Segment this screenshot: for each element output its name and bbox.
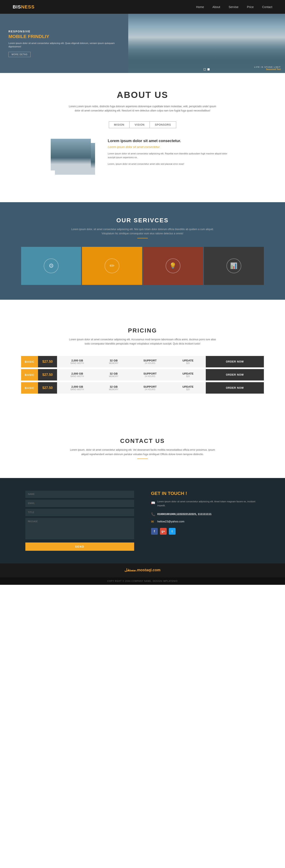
footer-logo-url: .mostaql.com [136,568,161,572]
pricing-section: PRICING Lorem ipsum dolor sit amet conse… [0,312,285,410]
message-input[interactable] [25,518,134,539]
send-button[interactable]: SEND [25,542,134,551]
hero-responsive-label: RESPONSIVE [8,30,120,33]
contact-info-desc: 📖 Lorem ipsum dolor sit amet consectetur… [151,500,260,507]
hero-cta-button[interactable]: MORE DETAS [8,52,31,57]
service-card-2: ✏ [82,247,142,285]
hero-tagline-top: LIFE IS STAND LIMIT [254,66,281,68]
twitter-icon[interactable]: t [169,528,176,535]
name-input[interactable] [25,491,134,498]
contact-email: ✉ hellow23@yahoo.com [151,519,260,524]
bandwidth-cell: 2,000 GBBAND WIDTH [57,356,97,367]
nav-contact[interactable]: Contact [262,5,272,9]
pricing-table: BASIC $27.50 2,000 GBBAND WIDTH 32 GBMEM… [21,354,264,395]
support-cell: SUPPORT24 HOURS [130,369,170,380]
about-description: Lorem,Lorem ipsum nobis, distinctio fuga… [69,104,217,113]
tab-sponsors[interactable]: SPONSORS [150,121,176,128]
tab-vision[interactable]: VISION [129,121,150,128]
memory-cell: 32 GBMEMORY [97,382,130,394]
nav-servise[interactable]: Servise [228,5,239,9]
services-description: Lorem ipsum dolor, sit amet consectetur … [69,227,217,236]
about-img-front [51,139,91,170]
support-cell: SUPPORT24 HOURS [130,356,170,367]
nav-price[interactable]: Price [247,5,254,9]
order-button-2[interactable]: ORDER NOW [206,370,264,379]
bandwidth-cell: 2,000 GBBAND WIDTH [57,382,97,394]
service-card-3: 💡 [143,247,203,285]
service-icon-1: ⚙ [44,258,59,273]
about-content-subheading: Lorem ipsum dolor sit amet consectetur. [108,145,234,149]
hero-section: RESPONSIVE MOBILE FRINDLIY Lorem ipsum d… [0,14,285,73]
google-plus-icon[interactable]: g+ [160,528,167,535]
order-cell: ORDER NOW [206,369,264,380]
order-button-1[interactable]: ORDER NOW [206,357,264,366]
title-input[interactable] [25,509,134,516]
contact-form-area: SEND GET IN TOUCH ! 📖 Lorem ipsum dolor … [25,491,260,551]
hero-left: RESPONSIVE MOBILE FRINDLIY Lorem ipsum d… [0,14,128,73]
footer-copy: COPY RGHT © 2044 COMPANY NAME, DESIGN IM… [0,578,285,585]
about-text: Lorem ipsum dolor sit amet consectetur. … [108,139,234,168]
contact-dark: SEND GET IN TOUCH ! 📖 Lorem ipsum dolor … [0,478,285,563]
update-cell: UPDATE$20 [170,356,206,367]
bandwidth-cell: 2,000 GBBAND WIDTH [57,369,97,380]
nav-home[interactable]: Home [196,5,204,9]
brand-accent: NESS [21,4,35,9]
pricing-description: Lorem ipsum dolor sit amet consectetur a… [69,337,217,346]
contact-info: GET IN TOUCH ! 📖 Lorem ipsum dolor sit a… [151,491,260,534]
service-card-1: ⚙ [21,247,81,285]
update-cell: UPDATE$20 [170,382,206,394]
plan-price: $27.50 [38,382,57,394]
hero-dot-1[interactable] [204,68,206,70]
contact-divider [137,459,148,459]
email-address: hellow23@yahoo.com [157,520,184,523]
phone-icon: 📞 [151,512,155,516]
service-icon-3: 💡 [166,258,180,273]
contact-form: SEND [25,491,134,551]
tab-mision[interactable]: MISION [109,121,130,128]
about-para-2: Lorem, ipsum dolor sit amet consectetur … [108,162,234,166]
footer-logo: مستقل.mostaql.com [4,568,281,572]
order-button-3[interactable]: ORDER NOW [206,383,264,392]
services-divider [137,238,148,238]
email-input[interactable] [25,500,134,507]
plan-price: $27.50 [38,356,57,367]
pricing-row-1: BASIC $27.50 2,000 GBBAND WIDTH 32 GBMEM… [21,356,264,367]
about-image-stack [51,139,97,177]
contact-info-text: Lorem ipsum dolor sit amet consectetur a… [157,500,260,507]
order-cell: ORDER NOW [206,382,264,394]
plan-label: BASIC [21,382,38,394]
email-icon: ✉ [151,520,155,524]
memory-cell: 32 GBMEMORY [97,369,130,380]
navbar: BISNESS Home About Servise Price Contact [0,0,285,14]
nav-menu: Home About Servise Price Contact [196,5,272,9]
footer-logo-arabic: مستقل [124,568,136,572]
about-title: ABOUT US [42,90,243,100]
hero-right: LIFE IS STAND LIMIT Seasoned Test [128,14,285,73]
about-tabs: MISION VISION SPONSORS [42,121,243,128]
pricing-row-3: BASIC $27.50 2,000 GBBAND WIDTH 32 GBMEM… [21,382,264,394]
nav-about[interactable]: About [213,5,220,9]
facebook-icon[interactable]: f [151,528,158,535]
hero-description: Lorem ipsum dolor sit amet consectetur a… [8,41,120,49]
about-content: Lorem ipsum dolor sit amet consectetur. … [42,139,243,177]
hero-mobile-label: MOBILE FRINDLIY [8,34,120,39]
update-cell: UPDATE$20 [170,369,206,380]
about-content-heading: Lorem ipsum dolor sit amet consectetur. [108,139,234,143]
service-icon-2: ✏ [105,258,119,273]
social-icons: f g+ t [151,528,260,535]
brand: BISNESS [13,4,35,10]
hero-tagline: LIFE IS STAND LIMIT Seasoned Test [254,66,281,70]
plan-price: $27.50 [38,369,57,380]
services-grid: ⚙ ✏ 💡 📊 [21,247,264,285]
services-title: OUR SERIVCES [21,217,264,224]
memory-cell: 32 GBMEMORY [97,356,130,367]
services-section: OUR SERIVCES Lorem ipsum dolor, sit amet… [0,202,285,300]
hero-dots [204,68,210,70]
service-card-4: 📊 [204,247,264,285]
support-cell: SUPPORT24 HOURS [130,382,170,394]
order-cell: ORDER NOW [206,356,264,367]
contact-header: CONTACT US Lorem ipsum, dolor sit amet c… [0,423,285,478]
service-icon-4: 📊 [226,258,241,273]
hero-tagline-bottom: Seasoned Test [254,68,281,70]
hero-dot-2[interactable] [208,68,210,70]
